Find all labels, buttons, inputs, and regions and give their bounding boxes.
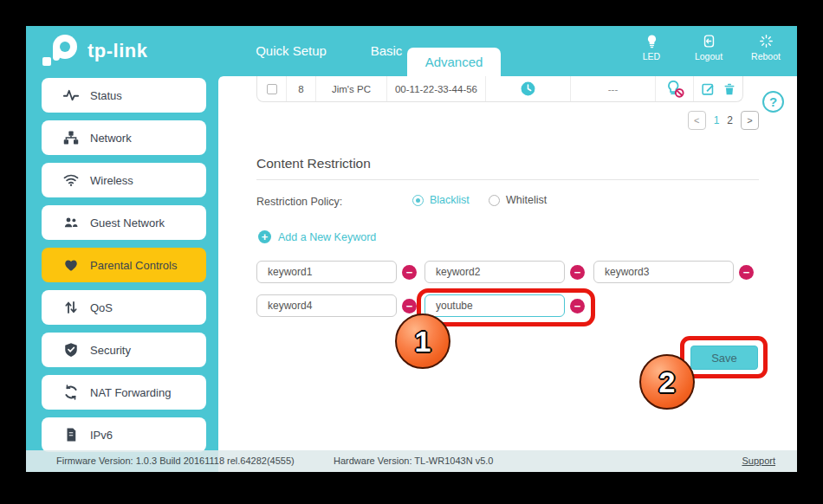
add-new-keyword-link[interactable]: + Add a New Keyword: [258, 230, 376, 243]
pagination: < 1 2 >: [688, 111, 759, 130]
keyword-group-1: −: [256, 261, 417, 283]
brand: tp-link: [42, 33, 148, 69]
guest-users-icon: [63, 215, 79, 230]
new-keyword-input[interactable]: [424, 294, 565, 317]
keyword-input-4[interactable]: [256, 294, 397, 317]
prev-page-button[interactable]: <: [688, 111, 706, 130]
sidebar-item-wireless[interactable]: Wireless: [42, 163, 206, 197]
brand-text: tp-link: [87, 40, 148, 62]
keyword-group-new: −: [424, 294, 585, 317]
device-index: 8: [287, 76, 316, 101]
radio-whitelist[interactable]: Whitelist: [489, 194, 547, 206]
led-button[interactable]: LED: [631, 34, 672, 61]
sidebar-item-ipv6[interactable]: IPv6: [42, 417, 206, 452]
remove-keyword-3-button[interactable]: −: [739, 265, 754, 280]
device-mac: 00-11-22-33-44-56: [387, 76, 486, 101]
status-pulse-icon: [63, 87, 79, 103]
keyword-group-3: −: [593, 261, 754, 283]
keyword-input-2[interactable]: [424, 261, 565, 283]
sidebar-item-nat-forwarding[interactable]: NAT Forwarding: [42, 375, 206, 410]
heart-icon: [63, 257, 79, 273]
network-icon: [63, 130, 79, 145]
device-checkbox[interactable]: [267, 84, 277, 94]
sidebar-item-status[interactable]: Status: [42, 78, 206, 113]
section-title: Content Restriction: [256, 156, 371, 171]
access-time-cell: ---: [571, 76, 656, 101]
sidebar-item-guest-network[interactable]: Guest Network: [42, 205, 206, 240]
sidebar-item-security[interactable]: Security: [42, 333, 206, 367]
row-actions-cell: [694, 76, 742, 101]
keyword-input-1[interactable]: [256, 261, 397, 283]
step-2-badge: 2: [639, 354, 695, 410]
radio-whitelist-dot: [489, 195, 500, 206]
wifi-icon: [63, 172, 79, 188]
section-divider: [256, 179, 759, 180]
sidebar-item-qos[interactable]: QoS: [42, 290, 206, 325]
logout-button[interactable]: Logout: [688, 34, 729, 61]
internet-blocked-icon: [664, 80, 685, 98]
sidebar-item-network[interactable]: Network: [42, 120, 206, 155]
logout-icon: [702, 34, 716, 48]
radio-blacklist[interactable]: Blacklist: [412, 194, 470, 206]
main-content: 8 Jim's PC 00-11-22-33-44-56 ---: [218, 76, 797, 472]
header-actions: LED Logout Reboot: [631, 34, 787, 61]
help-icon[interactable]: ?: [762, 91, 784, 113]
clock-icon: [520, 81, 536, 97]
delete-icon[interactable]: [723, 81, 736, 96]
remove-keyword-1-button[interactable]: −: [402, 265, 417, 280]
remove-keyword-2-button[interactable]: −: [570, 265, 585, 280]
step-1-badge: 1: [395, 313, 450, 369]
hardware-version: Hardware Version: TL-WR1043N v5.0: [334, 456, 493, 466]
block-internet-cell[interactable]: [656, 76, 694, 101]
next-page-button[interactable]: >: [741, 111, 759, 130]
shield-check-icon: [63, 342, 79, 358]
device-name: Jim's PC: [316, 76, 387, 101]
device-table-row: 8 Jim's PC 00-11-22-33-44-56 ---: [256, 76, 743, 102]
keyword-group-2: −: [424, 261, 585, 283]
page-number-2[interactable]: 2: [727, 114, 733, 126]
remove-new-keyword-button[interactable]: −: [570, 299, 585, 313]
edit-icon[interactable]: [701, 81, 716, 96]
circular-arrows-icon: [63, 384, 79, 400]
support-link[interactable]: Support: [742, 456, 775, 466]
remove-keyword-4-button[interactable]: −: [402, 299, 417, 313]
sidebar-item-parental-controls[interactable]: Parental Controls: [42, 248, 206, 282]
reboot-button[interactable]: Reboot: [745, 34, 787, 61]
keyword-input-3[interactable]: [593, 261, 734, 283]
keyword-group-4: −: [256, 294, 417, 317]
led-icon: [645, 34, 659, 48]
tp-link-logo: [42, 33, 81, 69]
firmware-version: Firmware Version: 1.0.3 Build 20161118 r…: [56, 456, 295, 466]
top-header: tp-link Quick Setup Basic Advanced LED L…: [26, 26, 797, 76]
page-number-1[interactable]: 1: [714, 114, 720, 126]
sidebar-nav: Status Network Wireless Guest Network Pa…: [26, 76, 218, 472]
document-icon: [63, 427, 79, 443]
plus-icon: +: [258, 230, 271, 243]
reboot-icon: [759, 34, 774, 48]
schedule-cell[interactable]: [486, 76, 571, 101]
tab-quick-setup[interactable]: Quick Setup: [229, 26, 353, 76]
save-button[interactable]: Save: [690, 346, 758, 370]
tab-advanced[interactable]: Advanced: [407, 48, 501, 76]
restriction-policy-label: Restriction Policy:: [256, 196, 342, 208]
updown-arrows-icon: [63, 300, 79, 315]
footer-bar: Firmware Version: 1.0.3 Build 20161118 r…: [26, 450, 797, 472]
radio-blacklist-dot: [412, 195, 424, 206]
